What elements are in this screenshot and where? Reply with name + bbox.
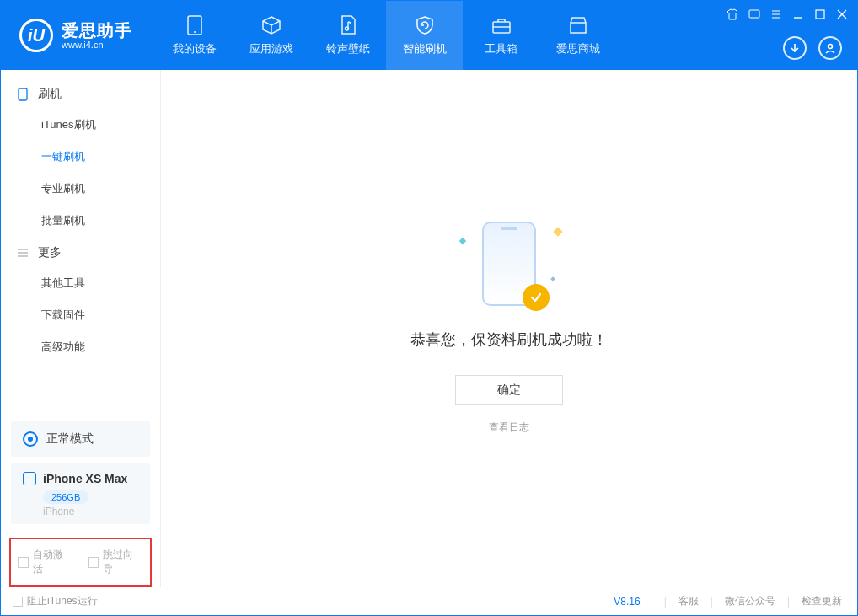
sidebar-group-flash[interactable]: 刷机 bbox=[1, 78, 160, 109]
success-message: 恭喜您，保资料刷机成功啦！ bbox=[410, 329, 608, 350]
svg-rect-7 bbox=[19, 88, 27, 100]
nav-label: 爱思商城 bbox=[556, 41, 600, 56]
refresh-shield-icon bbox=[414, 14, 436, 36]
version-label: V8.16 bbox=[614, 596, 640, 608]
nav-label: 铃声壁纸 bbox=[326, 41, 370, 56]
auto-activate-checkbox[interactable]: 自动激活 bbox=[18, 548, 73, 576]
nav-ringtone-wallpaper[interactable]: 铃声壁纸 bbox=[309, 1, 386, 70]
store-icon bbox=[567, 14, 589, 36]
svg-point-6 bbox=[829, 45, 833, 49]
nav-smart-flash[interactable]: 智能刷机 bbox=[386, 1, 463, 70]
separator: | bbox=[711, 596, 713, 608]
sparkle-icon bbox=[550, 276, 555, 281]
sidebar-scroll: 刷机 iTunes刷机 一键刷机 专业刷机 批量刷机 更多 其他工具 下载固件 … bbox=[1, 70, 160, 415]
app-title: 爱思助手 bbox=[62, 21, 132, 40]
minimize-icon[interactable] bbox=[791, 8, 805, 21]
skip-guide-checkbox[interactable]: 跳过向导 bbox=[88, 548, 144, 576]
view-log-link[interactable]: 查看日志 bbox=[489, 420, 529, 435]
app-site: www.i4.cn bbox=[62, 40, 132, 50]
logo-icon: iU bbox=[19, 19, 53, 52]
sidebar-item-advanced[interactable]: 高级功能 bbox=[1, 331, 160, 363]
normal-mode-icon bbox=[23, 431, 38, 447]
skip-guide-label: 跳过向导 bbox=[103, 548, 143, 576]
feedback-icon[interactable] bbox=[748, 8, 761, 21]
svg-point-2 bbox=[345, 27, 348, 30]
tshirt-icon[interactable] bbox=[726, 8, 739, 21]
nav-my-device[interactable]: 我的设备 bbox=[156, 1, 233, 70]
close-icon[interactable] bbox=[835, 8, 849, 21]
device-card[interactable]: iPhone XS Max 256GB iPhone bbox=[11, 463, 150, 524]
footer: 阻止iTunes运行 V8.16 | 客服 | 微信公众号 | 检查更新 bbox=[1, 587, 857, 615]
toolbox-icon bbox=[491, 14, 512, 36]
phone-icon bbox=[16, 88, 29, 101]
mode-card[interactable]: 正常模式 bbox=[11, 421, 150, 457]
logo-block: iU 爱思助手 www.i4.cn bbox=[1, 19, 147, 52]
nav-label: 工具箱 bbox=[485, 41, 517, 56]
menu-icon[interactable] bbox=[770, 8, 783, 21]
checkbox-icon bbox=[88, 557, 99, 568]
svg-rect-5 bbox=[816, 10, 824, 19]
sidebar-item-other-tools[interactable]: 其他工具 bbox=[1, 267, 160, 299]
sidebar-item-download-firmware[interactable]: 下载固件 bbox=[1, 299, 160, 331]
nav-label: 应用游戏 bbox=[249, 41, 293, 56]
check-badge-icon bbox=[523, 284, 550, 311]
device-phone-icon bbox=[23, 472, 36, 485]
sidebar-group-more[interactable]: 更多 bbox=[1, 237, 160, 267]
ok-button[interactable]: 确定 bbox=[455, 375, 563, 405]
sidebar-item-oneclick-flash[interactable]: 一键刷机 bbox=[1, 141, 160, 173]
wechat-link[interactable]: 微信公众号 bbox=[721, 594, 779, 608]
mode-label: 正常模式 bbox=[46, 431, 94, 447]
block-itunes-label: 阻止iTunes运行 bbox=[27, 594, 98, 608]
nav-label: 智能刷机 bbox=[403, 41, 447, 56]
top-nav: 我的设备 应用游戏 铃声壁纸 智能刷机 工具箱 爱思商城 bbox=[156, 1, 616, 70]
cube-icon bbox=[260, 14, 282, 36]
sidebar-item-itunes-flash[interactable]: iTunes刷机 bbox=[1, 109, 160, 141]
nav-toolbox[interactable]: 工具箱 bbox=[463, 1, 539, 70]
logo-text: 爱思助手 www.i4.cn bbox=[62, 21, 132, 50]
sidebar-item-batch-flash[interactable]: 批量刷机 bbox=[1, 205, 160, 237]
svg-point-1 bbox=[194, 31, 196, 33]
nav-apps-games[interactable]: 应用游戏 bbox=[233, 1, 309, 70]
support-link[interactable]: 客服 bbox=[675, 594, 702, 608]
header-right bbox=[783, 36, 842, 60]
list-icon bbox=[16, 246, 29, 260]
svg-rect-4 bbox=[749, 10, 759, 18]
header: iU 爱思助手 www.i4.cn 我的设备 应用游戏 铃声壁纸 智能刷机 工具… bbox=[1, 1, 857, 70]
sparkle-icon bbox=[553, 227, 562, 236]
music-file-icon bbox=[337, 14, 359, 36]
separator: | bbox=[664, 596, 667, 608]
checkbox-icon bbox=[18, 557, 29, 568]
checkbox-icon bbox=[13, 597, 23, 607]
body: 刷机 iTunes刷机 一键刷机 专业刷机 批量刷机 更多 其他工具 下载固件 … bbox=[1, 70, 857, 587]
options-highlight-box: 自动激活 跳过向导 bbox=[9, 538, 152, 587]
user-button[interactable] bbox=[818, 36, 842, 60]
download-button[interactable] bbox=[783, 36, 807, 60]
device-line: iPhone XS Max bbox=[23, 472, 138, 485]
sparkle-icon bbox=[459, 238, 466, 244]
group-title: 更多 bbox=[38, 245, 62, 260]
titlebar-controls bbox=[726, 8, 849, 21]
separator: | bbox=[787, 596, 790, 608]
check-update-link[interactable]: 检查更新 bbox=[798, 594, 845, 608]
success-illustration bbox=[475, 222, 543, 306]
device-icon bbox=[184, 14, 206, 36]
block-itunes-checkbox[interactable]: 阻止iTunes运行 bbox=[13, 594, 98, 608]
sidebar: 刷机 iTunes刷机 一键刷机 专业刷机 批量刷机 更多 其他工具 下载固件 … bbox=[1, 70, 161, 587]
group-title: 刷机 bbox=[38, 87, 62, 102]
device-type: iPhone bbox=[43, 506, 138, 517]
device-name: iPhone XS Max bbox=[43, 472, 127, 485]
maximize-icon[interactable] bbox=[813, 8, 827, 21]
nav-store[interactable]: 爱思商城 bbox=[539, 1, 616, 70]
sidebar-item-pro-flash[interactable]: 专业刷机 bbox=[1, 173, 160, 205]
main-content: 恭喜您，保资料刷机成功啦！ 确定 查看日志 bbox=[161, 70, 857, 587]
auto-activate-label: 自动激活 bbox=[33, 548, 73, 576]
nav-label: 我的设备 bbox=[173, 41, 217, 56]
storage-badge: 256GB bbox=[43, 490, 88, 504]
